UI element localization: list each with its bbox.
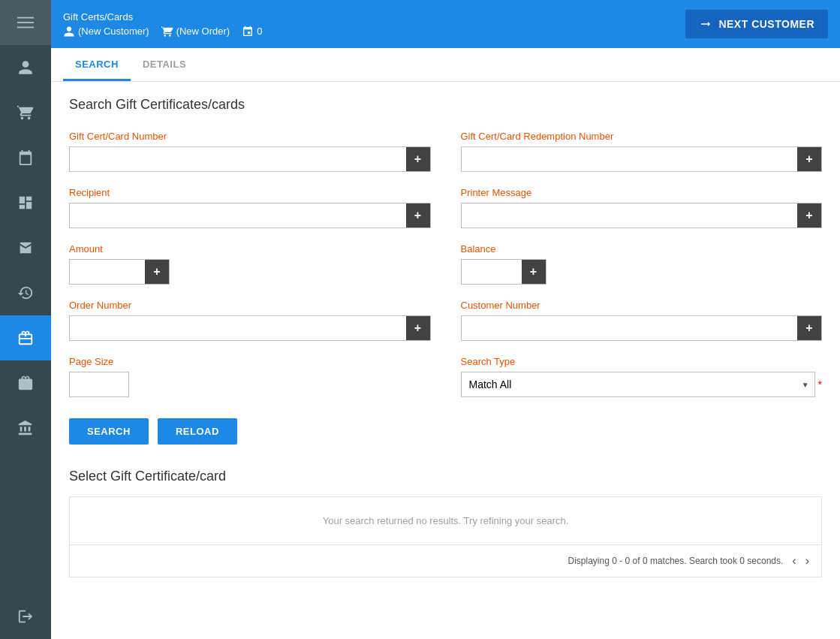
printer-message-group: Printer Message + <box>461 187 823 228</box>
page-size-group: Page Size 10 <box>69 356 431 397</box>
header-meta: (New Customer) (New Order) 0 <box>63 26 262 38</box>
sidebar-item-history[interactable] <box>0 270 51 315</box>
header-title: Gift Certs/Cards <box>63 11 262 23</box>
order-number-label: Order Number <box>69 300 431 311</box>
order-number-plus[interactable]: + <box>406 316 430 340</box>
search-type-select-wrapper: Match All Match Any * <box>461 372 823 397</box>
search-button[interactable]: SEARCH <box>69 418 149 445</box>
customer-number-plus[interactable]: + <box>797 316 821 340</box>
amount-label: Amount <box>69 243 431 255</box>
svg-rect-0 <box>17 17 34 19</box>
no-results-message: Your search returned no results. Try ref… <box>70 497 821 545</box>
next-customer-label: NEXT CUSTOMER <box>718 18 814 30</box>
customer-label: (New Customer) <box>78 26 149 37</box>
prev-page-button[interactable]: ‹ <box>792 554 796 568</box>
results-title: Select Gift Certificate/card <box>69 469 822 484</box>
main-content: Gift Certs/Cards (New Customer) (New Ord… <box>51 0 840 639</box>
sidebar-item-logout[interactable] <box>0 594 51 639</box>
recipient-label: Recipient <box>69 187 431 198</box>
sidebar-item-menu[interactable] <box>0 0 51 45</box>
search-type-select[interactable]: Match All Match Any <box>461 372 815 397</box>
sidebar-item-store[interactable] <box>0 225 51 270</box>
customer-number-input[interactable] <box>462 316 798 340</box>
order-number-group: Order Number + <box>69 300 431 341</box>
search-type-group: Search Type Match All Match Any * <box>461 356 823 397</box>
sidebar-item-customer[interactable] <box>0 45 51 90</box>
redemption-number-group: Gift Cert/Card Redemption Number + <box>461 131 823 172</box>
redemption-number-label: Gift Cert/Card Redemption Number <box>461 131 823 142</box>
results-count: Displaying 0 - 0 of 0 matches. Search to… <box>568 556 784 566</box>
tab-details[interactable]: DETAILS <box>131 48 198 81</box>
order-icon <box>161 26 173 38</box>
header-order[interactable]: (New Order) <box>161 26 230 38</box>
header: Gift Certs/Cards (New Customer) (New Ord… <box>51 0 840 48</box>
balance-group: Balance + <box>461 243 823 285</box>
recipient-plus[interactable]: + <box>406 203 430 228</box>
printer-message-plus[interactable]: + <box>797 203 821 228</box>
customer-number-label: Customer Number <box>461 300 823 311</box>
redemption-number-input-wrapper: + <box>461 146 823 172</box>
header-register[interactable]: 0 <box>242 26 262 38</box>
redemption-number-input[interactable] <box>462 147 798 171</box>
search-type-label: Search Type <box>461 356 823 367</box>
next-page-button[interactable]: › <box>805 554 809 568</box>
header-left: Gift Certs/Cards (New Customer) (New Ord… <box>63 11 262 38</box>
reload-button[interactable]: RELOAD <box>158 418 237 445</box>
page-size-input[interactable]: 10 <box>69 372 129 397</box>
amount-group: Amount + <box>69 243 431 285</box>
sidebar-item-calendar[interactable] <box>0 135 51 180</box>
recipient-input[interactable] <box>70 203 406 228</box>
header-customer[interactable]: (New Customer) <box>63 26 149 38</box>
customer-number-input-wrapper: + <box>461 315 823 341</box>
gift-cert-number-label: Gift Cert/Card Number <box>69 131 431 142</box>
balance-input[interactable] <box>462 260 522 284</box>
svg-rect-1 <box>17 22 34 23</box>
recipient-input-wrapper: + <box>69 203 431 228</box>
sidebar <box>0 0 51 639</box>
printer-message-input-wrapper: + <box>461 203 823 228</box>
gift-cert-number-input[interactable] <box>70 147 406 171</box>
results-footer: Displaying 0 - 0 of 0 matches. Search to… <box>70 545 821 577</box>
gift-cert-number-input-wrapper: + <box>69 146 431 172</box>
next-customer-button[interactable]: NEXT CUSTOMER <box>685 10 828 38</box>
sidebar-item-giftcard[interactable] <box>0 315 51 360</box>
gift-cert-number-plus[interactable]: + <box>406 147 430 171</box>
customer-icon <box>63 26 75 38</box>
svg-rect-2 <box>17 27 34 29</box>
printer-message-input[interactable] <box>462 203 798 228</box>
sidebar-item-bank[interactable] <box>0 405 51 451</box>
tab-search[interactable]: SEARCH <box>63 48 131 81</box>
amount-input-wrapper: + <box>69 259 170 285</box>
order-number-input[interactable] <box>70 316 406 340</box>
sidebar-item-cart[interactable] <box>0 90 51 135</box>
required-indicator: * <box>818 378 822 390</box>
customer-number-group: Customer Number + <box>461 300 823 341</box>
order-label: (New Order) <box>176 26 230 37</box>
order-number-input-wrapper: + <box>69 315 431 341</box>
recipient-group: Recipient + <box>69 187 431 228</box>
search-type-dropdown-wrapper: Match All Match Any <box>461 372 815 397</box>
register-count: 0 <box>257 26 262 37</box>
balance-input-wrapper: + <box>461 259 546 285</box>
redemption-number-plus[interactable]: + <box>797 147 821 171</box>
form-title: Search Gift Certificates/cards <box>69 97 822 113</box>
sidebar-item-gift[interactable] <box>0 360 51 405</box>
amount-plus[interactable]: + <box>145 260 169 284</box>
sidebar-item-dashboard[interactable] <box>0 180 51 225</box>
content-area: Search Gift Certificates/cards Gift Cert… <box>51 82 840 639</box>
search-form: Gift Cert/Card Number + Gift Cert/Card R… <box>69 131 822 412</box>
next-customer-icon <box>699 17 712 31</box>
amount-input[interactable] <box>70 260 145 284</box>
gift-cert-number-group: Gift Cert/Card Number + <box>69 131 431 172</box>
tabs: SEARCH DETAILS <box>51 48 840 82</box>
form-buttons: SEARCH RELOAD <box>69 418 822 445</box>
results-box: Your search returned no results. Try ref… <box>69 496 822 577</box>
page-size-label: Page Size <box>69 356 431 367</box>
balance-label: Balance <box>461 243 823 255</box>
printer-message-label: Printer Message <box>461 187 823 198</box>
register-icon <box>242 26 254 38</box>
balance-plus[interactable]: + <box>522 260 546 284</box>
